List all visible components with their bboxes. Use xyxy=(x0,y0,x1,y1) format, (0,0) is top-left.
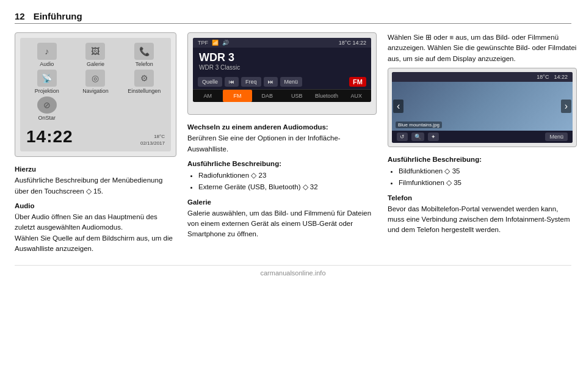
radio-tab-usb[interactable]: USB xyxy=(282,90,312,102)
right-section-title-1: Ausführliche Beschreibung: xyxy=(388,154,577,165)
left-section-title-2: Audio xyxy=(15,201,176,211)
empty-icon-2 xyxy=(134,96,154,114)
right-section-body-2: Bevor das Mobiltelefon-Portal verwendet … xyxy=(388,204,577,236)
left-section-body-1: Ausführliche Beschreibung der Menübedien… xyxy=(15,175,176,197)
home-screen: ♪ Audio 🖼 Galerie 📞 Telefon xyxy=(20,38,171,151)
galerie-icon: 🖼 xyxy=(85,43,105,60)
projektion-label: Projektion xyxy=(35,88,59,94)
gallery-rotate-btn[interactable]: ↺ xyxy=(397,132,408,141)
gallery-prev-button[interactable]: ‹ xyxy=(393,100,403,113)
telefon-icon: 📞 xyxy=(134,43,154,60)
radio-tab-aux[interactable]: AUX xyxy=(341,90,371,102)
radio-tab-dab[interactable]: DAB xyxy=(252,90,282,102)
gallery-menu-btn[interactable]: Menü xyxy=(545,132,568,141)
gallery-temp: 18°C xyxy=(537,74,549,80)
radio-fm-logo: FM xyxy=(349,77,366,87)
right-intro-text: Wählen Sie ⊞ oder ≡ aus, um das Bild- od… xyxy=(388,32,577,64)
page: 12 Einführung ♪ Audio 🖼 Galerie xyxy=(0,0,586,392)
audio-label: Audio xyxy=(40,61,54,67)
navigation-label: Navigation xyxy=(82,88,109,94)
radio-vol-icon: 🔊 xyxy=(222,40,229,46)
gallery-top-bar: 18°C 14:22 xyxy=(392,72,573,82)
middle-column: TPF 📶 🔊 18°C 14:22 WDR 3 WDR 3 Classic Q… xyxy=(187,32,377,254)
onstar-label: OnStar xyxy=(38,115,56,121)
home-icons-grid: ♪ Audio 🖼 Galerie 📞 Telefon xyxy=(24,43,167,121)
einstellungen-label: Einstellungen xyxy=(128,88,161,94)
right-intro-paragraph: Wählen Sie ⊞ oder ≡ aus, um das Bild- od… xyxy=(388,32,577,64)
home-icon-einstellungen[interactable]: ⚙ Einstellungen xyxy=(121,70,167,94)
mid-section-title-2: Ausführliche Beschreibung: xyxy=(187,159,377,169)
home-temp: 18°C xyxy=(154,134,165,139)
home-screen-box: ♪ Audio 🖼 Galerie 📞 Telefon xyxy=(15,32,176,157)
radio-tab-fm[interactable]: FM xyxy=(223,90,253,102)
gallery-time: 14:22 xyxy=(554,74,568,80)
radio-tab-bluetooth[interactable]: Bluetooth xyxy=(312,90,342,102)
header-bar: 12 Einführung xyxy=(15,11,571,24)
home-date: 18°C 02/13/2017 xyxy=(140,133,165,147)
left-section-body-2: Über Audio öffnen Sie an das Hauptmenü d… xyxy=(15,212,176,254)
home-icon-empty2 xyxy=(121,96,167,121)
gallery-zoom-btn[interactable]: 🔍 xyxy=(411,132,424,141)
mid-bullets-1: Radiofunktionen ◇ 23 Externe Geräte (USB… xyxy=(187,170,377,193)
gallery-next-button[interactable]: › xyxy=(561,100,571,113)
radio-wifi-icon: 📶 xyxy=(212,40,219,46)
telefon-label: Telefon xyxy=(136,61,153,67)
radio-screen: TPF 📶 🔊 18°C 14:22 WDR 3 WDR 3 Classic Q… xyxy=(193,38,371,102)
mid-bullet-2: Externe Geräte (USB, Bluetooth) ◇ 32 xyxy=(198,182,377,192)
onstar-icon: ⊘ xyxy=(37,96,57,114)
home-icon-telefon[interactable]: 📞 Telefon xyxy=(121,43,167,67)
radio-controls: Quelle ⏮ Freq ⏭ Menü FM xyxy=(193,74,371,89)
mid-section-body-1: Berühren Sie eine der Optionen in der In… xyxy=(187,133,377,154)
galerie-label: Galerie xyxy=(87,61,104,67)
gallery-screen-wrapper: 18°C 14:22 ‹ Blue mountains.jpg › ↺ 🔍 xyxy=(388,68,577,147)
radio-source-btn[interactable]: Quelle xyxy=(198,77,222,87)
page-title: Einführung xyxy=(34,11,82,21)
radio-top-left: TPF 📶 🔊 xyxy=(198,40,229,46)
radio-next-btn[interactable]: ⏭ xyxy=(264,77,278,87)
radio-screen-box: TPF 📶 🔊 18°C 14:22 WDR 3 WDR 3 Classic Q… xyxy=(187,32,377,115)
einstellungen-icon: ⚙ xyxy=(134,70,154,87)
mid-bullet-1: Radiofunktionen ◇ 23 xyxy=(198,170,377,181)
right-bullet-1: Bildfunktionen ◇ 35 xyxy=(399,166,577,176)
home-icon-empty1 xyxy=(73,96,119,121)
mid-section-body-3: Galerie auswählen, um das Bild- und Film… xyxy=(187,208,377,240)
middle-column-text: Wechseln zu einem anderen Audiomodus: Be… xyxy=(187,122,377,240)
left-column-text: Hierzu Ausführliche Beschreibung der Men… xyxy=(15,164,176,254)
radio-sub-station: WDR 3 Classic xyxy=(193,64,371,74)
radio-tab-am[interactable]: AM xyxy=(193,90,223,102)
radio-prev-btn[interactable]: ⏮ xyxy=(225,77,239,87)
left-section-title-1: Hierzu xyxy=(15,164,176,175)
radio-top-bar: TPF 📶 🔊 18°C 14:22 xyxy=(193,38,371,48)
radio-station-name: WDR 3 xyxy=(193,48,371,64)
home-icon-galerie[interactable]: 🖼 Galerie xyxy=(73,43,119,67)
footer-site: carmanualsonline.info xyxy=(260,269,325,277)
radio-source-tabs: AM FM DAB USB Bluetooth AUX xyxy=(193,89,371,102)
radio-top-right: 18°C 14:22 xyxy=(339,40,366,46)
projektion-icon: 📡 xyxy=(37,70,57,87)
radio-menu-btn[interactable]: Menü xyxy=(280,77,303,87)
mid-section-title-3: Galerie xyxy=(187,197,377,208)
home-date-value: 02/13/2017 xyxy=(140,140,165,146)
right-bullets-1: Bildfunktionen ◇ 35 Filmfunktionen ◇ 35 xyxy=(388,166,577,189)
gallery-image: Blue mountains.jpg xyxy=(392,82,573,131)
footer: carmanualsonline.info xyxy=(15,265,571,277)
home-icon-navigation[interactable]: ◎ Navigation xyxy=(73,70,119,94)
page-number: 12 xyxy=(15,11,25,21)
right-column: Wählen Sie ⊞ oder ≡ aus, um das Bild- od… xyxy=(388,32,577,254)
radio-freq-btn[interactable]: Freq xyxy=(241,77,261,87)
home-icon-onstar[interactable]: ⊘ OnStar xyxy=(24,96,70,121)
home-clock-row: 14:22 18°C 02/13/2017 xyxy=(24,126,167,148)
right-section-title-2: Telefon xyxy=(388,193,577,203)
gallery-star-btn[interactable]: ✦ xyxy=(428,132,439,141)
empty-icon-1 xyxy=(85,96,105,114)
gallery-bottom-icons: ↺ 🔍 ✦ xyxy=(397,132,439,141)
home-icon-projektion[interactable]: 📡 Projektion xyxy=(24,70,70,94)
right-bullet-2: Filmfunktionen ◇ 35 xyxy=(399,178,577,188)
gallery-screen: 18°C 14:22 ‹ Blue mountains.jpg › ↺ 🔍 xyxy=(392,72,573,143)
gallery-image-label: Blue mountains.jpg xyxy=(396,122,442,128)
content-grid: ♪ Audio 🖼 Galerie 📞 Telefon xyxy=(15,32,571,254)
navigation-icon: ◎ xyxy=(85,70,105,87)
home-icon-audio[interactable]: ♪ Audio xyxy=(24,43,70,67)
radio-signal-icon: TPF xyxy=(198,40,208,46)
audio-icon: ♪ xyxy=(37,43,57,60)
